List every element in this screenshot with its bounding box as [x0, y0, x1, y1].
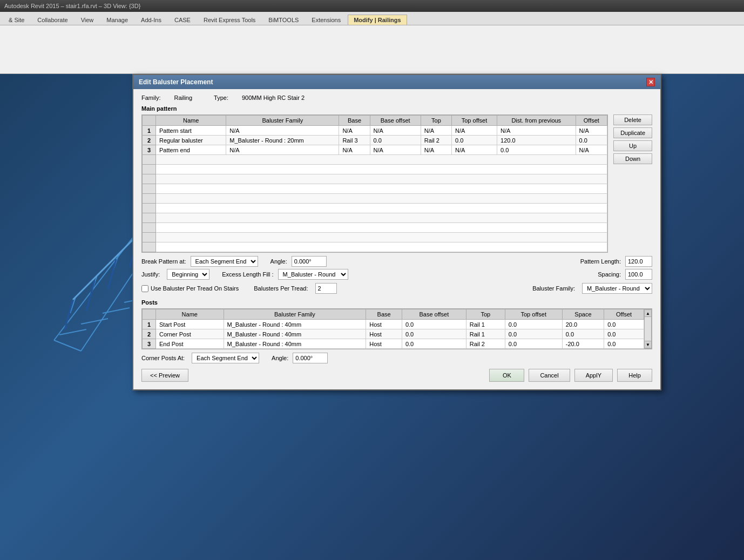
tab-case[interactable]: CASE — [168, 15, 197, 25]
row-2-top[interactable]: Rail 2 — [421, 136, 451, 145]
post-row-3-base[interactable]: Host — [366, 339, 402, 349]
row-1-family[interactable]: N/A — [226, 126, 339, 136]
corner-posts-select[interactable]: Each Segment End — [192, 353, 259, 363]
baluster-family-select[interactable]: M_Baluster - Round : 20 — [582, 283, 652, 294]
col-base: Base — [339, 116, 370, 126]
post-row-1-space[interactable]: 20.0 — [562, 320, 604, 329]
tab-bimtools[interactable]: BiMTOOLS — [262, 15, 305, 25]
post-row-2-top[interactable]: Rail 1 — [466, 329, 505, 339]
corner-angle-label: Angle: — [272, 355, 288, 361]
tab-revit-express[interactable]: Revit Express Tools — [198, 15, 261, 25]
post-row-1-family[interactable]: M_Baluster - Round : 40mm — [224, 320, 366, 329]
row-3-offset[interactable]: N/A — [576, 145, 607, 155]
balusters-per-tread-input[interactable] — [315, 283, 337, 294]
post-row-2-base-offset[interactable]: 0.0 — [402, 329, 466, 339]
post-row-1-num: 1 — [143, 320, 156, 329]
post-row-1-base[interactable]: Host — [366, 320, 402, 329]
post-row-1-base-offset[interactable]: 0.0 — [402, 320, 466, 329]
excess-fill-select[interactable]: M_Baluster - Round : 20 — [278, 269, 348, 280]
row-1-top[interactable]: N/A — [421, 126, 451, 136]
tab-site[interactable]: & Site — [3, 15, 30, 25]
col-num — [143, 116, 156, 126]
row-2-family[interactable]: M_Baluster - Round : 20mm — [226, 136, 339, 145]
post-row-3-top[interactable]: Rail 2 — [466, 339, 505, 349]
posts-scrollbar[interactable]: ▲ ▼ — [644, 309, 652, 349]
family-label: Family: — [141, 95, 160, 101]
post-row-3-base-offset[interactable]: 0.0 — [402, 339, 466, 349]
post-row-2-family[interactable]: M_Baluster - Round : 40mm — [224, 329, 366, 339]
duplicate-button[interactable]: Duplicate — [613, 127, 652, 138]
spacing-label: Spacing: — [598, 271, 621, 278]
row-3-base[interactable]: N/A — [339, 145, 370, 155]
pattern-length-input[interactable] — [625, 256, 652, 267]
row-3-base-offset[interactable]: N/A — [370, 145, 421, 155]
angle-input[interactable] — [292, 256, 327, 267]
post-row-3-family[interactable]: M_Baluster - Round : 40mm — [224, 339, 366, 349]
svg-line-8 — [81, 319, 108, 324]
post-row-3-name[interactable]: End Post — [156, 339, 224, 349]
ok-button[interactable]: OK — [489, 369, 524, 382]
apply-button[interactable]: ApplY — [574, 369, 613, 382]
baluster-family-info: Baluster Family: M_Baluster - Round : 20 — [532, 283, 652, 294]
post-row-2-top-offset[interactable]: 0.0 — [505, 329, 562, 339]
table-row[interactable]: 2 Regular baluster M_Baluster - Round : … — [143, 136, 607, 145]
post-row-2-name[interactable]: Corner Post — [156, 329, 224, 339]
row-2-offset[interactable]: 0.0 — [576, 136, 607, 145]
post-row-2-offset[interactable]: 0.0 — [604, 329, 644, 339]
table-row[interactable]: 1 Pattern start N/A N/A N/A N/A N/A N/A … — [143, 126, 607, 136]
row-3-name[interactable]: Pattern end — [156, 145, 226, 155]
delete-button[interactable]: Delete — [613, 114, 652, 125]
post-row-3-offset[interactable]: 0.0 — [604, 339, 644, 349]
dialog-edit-baluster: Edit Baluster Placement ✕ Family: Railin… — [132, 74, 661, 390]
row-3-top-offset[interactable]: N/A — [451, 145, 497, 155]
help-button[interactable]: Help — [617, 369, 652, 382]
row-2-top-offset[interactable]: 0.0 — [451, 136, 497, 145]
balusters-per-tread-label: Balusters Per Tread: — [254, 285, 308, 292]
row-2-dist[interactable]: 120.0 — [497, 136, 576, 145]
down-button[interactable]: Down — [613, 153, 652, 164]
tab-extensions[interactable]: Extensions — [306, 15, 347, 25]
table-row[interactable]: 3 Pattern end N/A N/A N/A N/A N/A 0.0 N/… — [143, 145, 607, 155]
row-1-name[interactable]: Pattern start — [156, 126, 226, 136]
scroll-up-arrow[interactable]: ▲ — [644, 309, 652, 317]
row-2-base-offset[interactable]: 0.0 — [370, 136, 421, 145]
row-3-family[interactable]: N/A — [226, 145, 339, 155]
dialog-close-button[interactable]: ✕ — [646, 78, 655, 86]
use-baluster-checkbox-label[interactable]: Use Baluster Per Tread On Stairs — [141, 285, 239, 292]
spacing-input[interactable] — [625, 269, 652, 280]
row-1-base[interactable]: N/A — [339, 126, 370, 136]
tab-modify-railings[interactable]: Modify | Railings — [348, 15, 407, 25]
tab-collaborate[interactable]: Collaborate — [31, 15, 73, 25]
post-row-2-base[interactable]: Host — [366, 329, 402, 339]
use-baluster-checkbox[interactable] — [141, 285, 148, 292]
justify-select[interactable]: Beginning — [167, 269, 209, 280]
row-1-top-offset[interactable]: N/A — [451, 126, 497, 136]
row-1-dist[interactable]: N/A — [497, 126, 576, 136]
posts-table-row[interactable]: 2 Corner Post M_Baluster - Round : 40mm … — [143, 329, 644, 339]
tab-view[interactable]: View — [75, 15, 100, 25]
preview-button[interactable]: << Preview — [141, 369, 188, 382]
row-1-offset[interactable]: N/A — [576, 126, 607, 136]
posts-table-row[interactable]: 1 Start Post M_Baluster - Round : 40mm H… — [143, 320, 644, 329]
post-row-3-top-offset[interactable]: 0.0 — [505, 339, 562, 349]
row-1-base-offset[interactable]: N/A — [370, 126, 421, 136]
post-row-1-top-offset[interactable]: 0.0 — [505, 320, 562, 329]
cancel-button[interactable]: Cancel — [529, 369, 570, 382]
post-row-3-space[interactable]: -20.0 — [562, 339, 604, 349]
break-pattern-label: Break Pattern at: — [141, 258, 186, 265]
scroll-down-arrow[interactable]: ▼ — [644, 341, 652, 348]
tab-manage[interactable]: Manage — [100, 15, 134, 25]
up-button[interactable]: Up — [613, 140, 652, 151]
row-3-top[interactable]: N/A — [421, 145, 451, 155]
post-row-1-name[interactable]: Start Post — [156, 320, 224, 329]
posts-table-row[interactable]: 3 End Post M_Baluster - Round : 40mm Hos… — [143, 339, 644, 349]
post-row-1-offset[interactable]: 0.0 — [604, 320, 644, 329]
tab-addins[interactable]: Add-Ins — [135, 15, 167, 25]
corner-angle-input[interactable] — [293, 353, 328, 363]
break-pattern-select[interactable]: Each Segment End — [191, 256, 258, 267]
row-2-name[interactable]: Regular baluster — [156, 136, 226, 145]
row-3-dist[interactable]: 0.0 — [497, 145, 576, 155]
post-row-2-space[interactable]: 0.0 — [562, 329, 604, 339]
post-row-1-top[interactable]: Rail 1 — [466, 320, 505, 329]
row-2-base[interactable]: Rail 3 — [339, 136, 370, 145]
